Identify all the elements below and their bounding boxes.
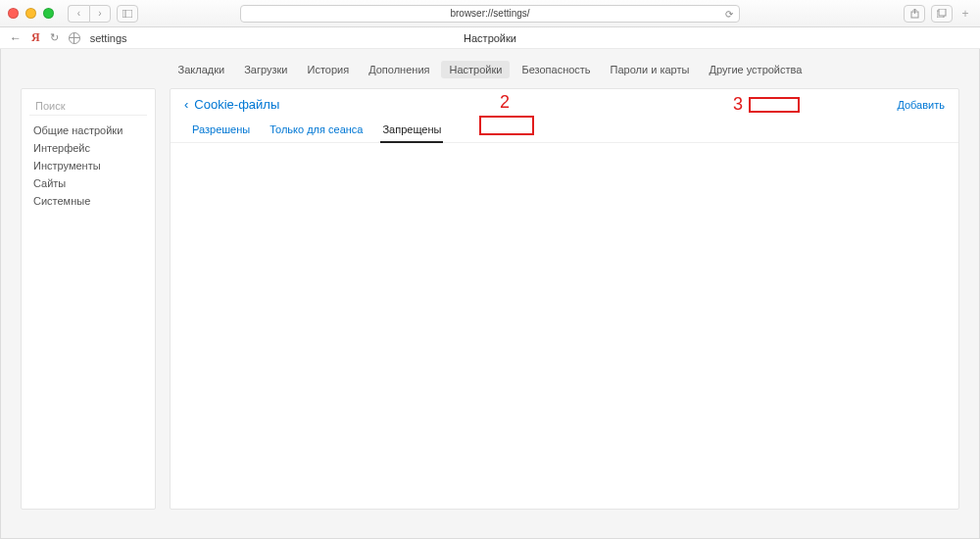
close-window-button[interactable]	[8, 8, 19, 19]
tabs-overview-button[interactable]	[931, 5, 953, 23]
history-back-button[interactable]: ‹	[68, 5, 89, 23]
tab-title: settings	[90, 32, 127, 44]
history-forward-button[interactable]: ›	[89, 5, 111, 23]
share-button[interactable]	[904, 5, 925, 23]
sidebar-item-interface[interactable]: Интерфейс	[22, 139, 155, 157]
topnav-addons[interactable]: Дополнения	[361, 61, 437, 78]
topnav-history[interactable]: История	[300, 61, 358, 78]
sidebar-item-general[interactable]: Общие настройки	[22, 122, 155, 139]
topnav-security[interactable]: Безопасность	[514, 61, 598, 78]
share-icon	[910, 9, 919, 19]
new-tab-button[interactable]: +	[958, 7, 972, 21]
subtab-allowed[interactable]: Разрешены	[190, 120, 252, 142]
settings-topnav: Закладки Загрузки История Дополнения Нас…	[1, 61, 979, 88]
sidebar-item-system[interactable]: Системные	[22, 192, 155, 210]
back-button[interactable]: ←	[10, 31, 22, 45]
settings-sidebar: Поиск Общие настройки Интерфейс Инструме…	[21, 88, 156, 510]
chevron-left-icon: ‹	[184, 97, 188, 112]
reload-button[interactable]: ↻	[50, 31, 59, 44]
svg-rect-5	[939, 9, 946, 16]
window-controls	[8, 8, 54, 19]
sidebar-toggle-button[interactable]	[117, 5, 138, 23]
sidebar-icon	[122, 10, 132, 18]
tabs-icon	[937, 9, 947, 18]
address-bar[interactable]: browser://settings/ ⟳	[240, 5, 740, 23]
svg-rect-0	[122, 10, 132, 18]
maximize-window-button[interactable]	[43, 8, 54, 19]
topnav-settings[interactable]: Настройки	[441, 61, 510, 78]
address-bar-url: browser://settings/	[450, 8, 529, 19]
topnav-passwords[interactable]: Пароли и карты	[603, 61, 698, 78]
sidebar-search-input[interactable]: Поиск	[29, 97, 147, 116]
settings-page: Закладки Загрузки История Дополнения Нас…	[0, 49, 980, 539]
topnav-downloads[interactable]: Загрузки	[236, 61, 295, 78]
subtab-blocked[interactable]: Запрещены	[380, 120, 443, 143]
site-info-icon[interactable]	[69, 32, 80, 44]
sidebar-item-tools[interactable]: Инструменты	[22, 157, 155, 174]
browser-home-button[interactable]: Я	[31, 30, 40, 45]
minimize-window-button[interactable]	[25, 8, 36, 19]
breadcrumb-label: Cookie-файлы	[194, 97, 279, 112]
reload-icon[interactable]: ⟳	[725, 8, 733, 19]
cookie-settings-panel: ‹ Cookie-файлы Добавить Разрешены Только…	[170, 88, 959, 510]
topnav-devices[interactable]: Другие устройства	[701, 61, 809, 78]
page-title: Настройки	[464, 32, 516, 44]
subtab-session-only[interactable]: Только для сеанса	[268, 120, 365, 142]
nav-back-forward-group: ‹ ›	[68, 5, 111, 23]
breadcrumb-cookie-files[interactable]: ‹ Cookie-файлы	[184, 97, 279, 112]
browser-toolbar: ← Я ↻ settings Настройки	[0, 27, 980, 49]
window-titlebar: ‹ › browser://settings/ ⟳ +	[0, 0, 980, 27]
sidebar-item-sites[interactable]: Сайты	[22, 174, 155, 192]
topnav-bookmarks[interactable]: Закладки	[171, 61, 233, 78]
add-button[interactable]: Добавить	[897, 99, 945, 111]
cookie-subtabs: Разрешены Только для сеанса Запрещены	[171, 116, 958, 143]
